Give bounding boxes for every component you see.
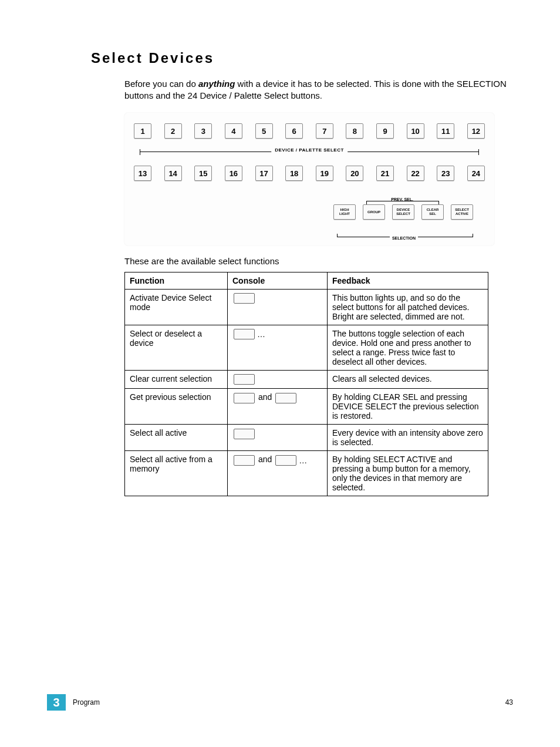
sel-key-high-light[interactable]: HIGHLIGHT xyxy=(333,204,356,220)
th-feedback: Feedback xyxy=(328,272,488,290)
select-button-7[interactable]: 7 xyxy=(316,123,333,139)
cell-feedback: The buttons toggle selection of each dev… xyxy=(328,325,488,371)
cell-console xyxy=(228,290,328,325)
select-button-20[interactable]: 20 xyxy=(346,166,363,181)
select-button-23[interactable]: 23 xyxy=(437,166,454,181)
cell-console xyxy=(228,425,328,451)
select-button-13[interactable]: 13 xyxy=(134,166,151,181)
selection-area: PREV. SEL. HIGHLIGHTGROUPDEVICESELECTCLE… xyxy=(131,204,487,240)
intro-paragraph: Before you can do anything with a device… xyxy=(124,78,513,101)
select-button-24[interactable]: 24 xyxy=(467,166,485,181)
cell-feedback: Clears all selected devices. xyxy=(328,371,488,389)
select-button-10[interactable]: 10 xyxy=(407,123,424,139)
select-button-8[interactable]: 8 xyxy=(346,123,363,139)
th-function: Function xyxy=(125,272,228,290)
select-button-4[interactable]: 4 xyxy=(225,123,242,139)
cell-function: Select all active xyxy=(125,425,228,451)
selection-key-row: HIGHLIGHTGROUPDEVICESELECTCLEARSELSELECT… xyxy=(131,204,487,220)
cell-function: Activate Device Select mode xyxy=(125,290,228,325)
cell-feedback: By holding CLEAR SEL and pressing DEVICE… xyxy=(328,389,488,425)
sel-key-clear-sel[interactable]: CLEARSEL xyxy=(421,204,444,220)
sel-key-group[interactable]: GROUP xyxy=(363,204,385,220)
table-row: Get previous selection and By holding CL… xyxy=(125,389,488,425)
cell-feedback: By holding SELECT ACTIVE and pressing a … xyxy=(328,451,488,496)
ellipsis: … xyxy=(257,329,265,339)
cell-feedback: This button lights up, and so do the sel… xyxy=(328,290,488,325)
select-button-9[interactable]: 9 xyxy=(376,123,394,139)
select-button-18[interactable]: 18 xyxy=(285,166,303,181)
cell-function: Get previous selection xyxy=(125,389,228,425)
select-button-16[interactable]: 16 xyxy=(225,166,242,181)
chapter-name: Program xyxy=(73,698,100,706)
console-key-icon xyxy=(234,374,255,385)
table-row: Activate Device Select modeThis button l… xyxy=(125,290,488,325)
console-key-icon xyxy=(234,429,255,439)
sel-key-device-select[interactable]: DEVICESELECT xyxy=(392,204,414,220)
select-button-5[interactable]: 5 xyxy=(255,123,273,139)
select-button-1[interactable]: 1 xyxy=(134,123,151,139)
chapter-number: 3 xyxy=(47,694,66,711)
and-label: and xyxy=(258,392,272,402)
cell-console: … xyxy=(228,325,328,371)
console-key-icon xyxy=(234,455,255,466)
cell-function: Clear current selection xyxy=(125,371,228,389)
functions-table: Function Console Feedback Activate Devic… xyxy=(124,272,488,496)
select-button-21[interactable]: 21 xyxy=(376,166,394,181)
console-key-icon xyxy=(275,393,296,403)
select-button-2[interactable]: 2 xyxy=(164,123,182,139)
table-row: Select or deselect a device…The buttons … xyxy=(125,325,488,371)
table-row: Clear current selectionClears all select… xyxy=(125,371,488,389)
console-key-icon xyxy=(234,393,255,403)
th-console: Console xyxy=(228,272,328,290)
cell-feedback: Every device with an intensity above zer… xyxy=(328,425,488,451)
select-button-14[interactable]: 14 xyxy=(164,166,182,181)
console-key-icon xyxy=(234,293,255,304)
page-number: 43 xyxy=(505,698,513,706)
section-title: Select Devices xyxy=(91,50,513,66)
select-button-12[interactable]: 12 xyxy=(467,123,485,139)
table-row: Select all activeEvery device with an in… xyxy=(125,425,488,451)
select-panel: 123456789101112 DEVICE / PALETTE SELECT … xyxy=(124,113,494,245)
cell-function: Select all active from a memory xyxy=(125,451,228,496)
sel-key-select-active[interactable]: SELECTACTIVE xyxy=(451,204,473,220)
table-row: Select all active from a memory and …By … xyxy=(125,451,488,496)
console-key-icon xyxy=(275,455,296,466)
cell-console xyxy=(228,371,328,389)
select-button-11[interactable]: 11 xyxy=(437,123,454,139)
intro-text-before: Before you can do xyxy=(124,79,198,89)
select-button-6[interactable]: 6 xyxy=(285,123,303,139)
cell-console: and … xyxy=(228,451,328,496)
subtext: These are the available select functions xyxy=(124,256,513,266)
bracket-label: DEVICE / PALETTE SELECT xyxy=(271,147,348,153)
select-button-15[interactable]: 15 xyxy=(194,166,212,181)
button-row-2: 131415161718192021222324 xyxy=(131,166,487,181)
cell-console: and xyxy=(228,389,328,425)
page-footer: 3 Program 43 xyxy=(47,694,513,711)
intro-emphasis: anything xyxy=(198,79,235,89)
cell-function: Select or deselect a device xyxy=(125,325,228,371)
chapter-badge: 3 Program xyxy=(47,694,100,711)
select-button-19[interactable]: 19 xyxy=(316,166,333,181)
button-row-1: 123456789101112 xyxy=(131,123,487,139)
selection-label: SELECTION xyxy=(390,236,418,240)
select-button-3[interactable]: 3 xyxy=(194,123,212,139)
device-palette-bracket: DEVICE / PALETTE SELECT xyxy=(136,142,483,162)
prev-sel-label: PREV. SEL. xyxy=(391,197,413,201)
ellipsis: … xyxy=(299,456,307,465)
and-label: and xyxy=(258,455,272,464)
select-button-22[interactable]: 22 xyxy=(407,166,424,181)
select-button-17[interactable]: 17 xyxy=(255,166,273,181)
console-key-icon xyxy=(234,329,255,339)
